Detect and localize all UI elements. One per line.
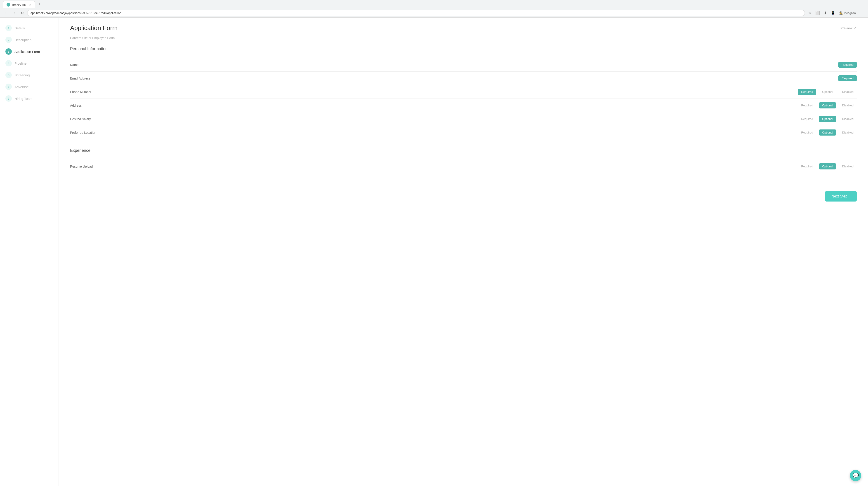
field-label-phone: Phone Number [70,90,798,94]
field-controls-address: Required Optional Disabled [798,102,857,108]
optional-button-address[interactable]: Optional [819,102,836,108]
next-step-label: Next Step [831,194,847,198]
incognito-button[interactable]: 🕵 Incognito [837,10,858,15]
field-controls-location: Required Optional Disabled [798,129,857,135]
field-row-name: Name Required [70,58,857,72]
bottom-bar: Next Step › [70,182,857,204]
sidebar-item-details[interactable]: 1 Details [0,22,59,34]
back-button[interactable]: ← [3,10,9,16]
incognito-label: Incognito [844,11,856,15]
required-button-location[interactable]: Required [798,129,816,135]
experience-section: Experience Resume Upload Required Option… [70,148,857,173]
menu-icon[interactable]: ⋮ [859,10,865,16]
device-icon[interactable]: 📱 [830,10,836,16]
sidebar-label-description: Description [14,38,31,42]
external-link-icon: ↗ [854,26,857,30]
sidebar-item-screening[interactable]: 5 Screening [0,69,59,81]
extensions-icon[interactable]: ⬜ [814,10,821,16]
field-controls-phone: Required Optional Disabled [798,89,857,95]
field-label-resume: Resume Upload [70,165,798,168]
sidebar: 1 Details 2 Description 3 Application Fo… [0,18,59,486]
field-label-email: Email Address [70,76,838,80]
tab-close-icon[interactable]: ✕ [29,3,31,6]
sidebar-step-4: 4 [5,60,12,66]
required-button-salary[interactable]: Required [798,116,816,122]
tab-favicon [6,3,10,6]
required-button-name[interactable]: Required [838,62,857,68]
download-icon[interactable]: ⬇ [822,10,829,16]
field-row-salary: Desired Salary Required Optional Disable… [70,112,857,126]
field-row-location: Preferred Location Required Optional Dis… [70,126,857,139]
sidebar-step-5: 5 [5,72,12,78]
disabled-button-salary[interactable]: Disabled [839,116,857,122]
active-tab[interactable]: Breezy HR ✕ [3,1,35,8]
field-controls-name: Required [838,62,857,68]
optional-button-salary[interactable]: Optional [819,116,836,122]
field-label-salary: Desired Salary [70,117,798,121]
browser-tabs: Breezy HR ✕ + [0,0,868,8]
sidebar-label-hiring-team: Hiring Team [14,97,33,101]
field-row-email: Email Address Required [70,72,857,85]
preview-button[interactable]: Preview ↗ [840,26,857,30]
field-row-address: Address Required Optional Disabled [70,99,857,112]
browser-chrome: Breezy HR ✕ + ← → ↻ app.breezy.hr/app/c/… [0,0,868,18]
sidebar-step-2: 2 [5,37,12,43]
disabled-button-resume[interactable]: Disabled [839,163,857,169]
sidebar-step-3: 3 [5,48,12,55]
next-step-button[interactable]: Next Step › [825,191,857,201]
next-step-icon: › [849,194,850,198]
address-url: app.breezy.hr/app/c/moodjoy/positions/59… [31,11,121,15]
bookmark-icon[interactable]: ☆ [807,10,813,16]
disabled-button-phone[interactable]: Disabled [839,89,857,95]
experience-title: Experience [70,148,857,155]
sidebar-label-details: Details [14,26,25,30]
toolbar-icons: ☆ ⬜ ⬇ 📱 🕵 Incognito ⋮ [807,10,865,16]
optional-button-phone[interactable]: Optional [819,89,836,95]
required-button-email[interactable]: Required [838,75,857,81]
sidebar-item-hiring-team[interactable]: 7 Hiring Team [0,93,59,104]
personal-information-title: Personal Information [70,46,857,54]
optional-button-location[interactable]: Optional [819,129,836,135]
field-controls-resume: Required Optional Disabled [798,163,857,169]
personal-information-section: Personal Information Name Required Email… [70,46,857,139]
subtext: Careers Site or Employee Portal. [70,36,857,40]
new-tab-button[interactable]: + [35,0,43,8]
chat-icon: 💬 [852,473,859,479]
sidebar-label-pipeline: Pipeline [14,61,26,65]
page-header: Application Form Preview ↗ [70,24,857,32]
sidebar-label-advertise: Advertise [14,85,29,89]
sidebar-item-description[interactable]: 2 Description [0,34,59,46]
browser-toolbar: ← → ↻ app.breezy.hr/app/c/moodjoy/positi… [0,8,868,18]
refresh-button[interactable]: ↻ [19,10,25,16]
address-bar[interactable]: app.breezy.hr/app/c/moodjoy/positions/59… [27,10,805,16]
page-title: Application Form [70,24,118,32]
main-content: Application Form Preview ↗ Careers Site … [59,18,868,486]
incognito-icon: 🕵 [839,11,843,15]
required-button-address[interactable]: Required [798,102,816,108]
field-row-phone: Phone Number Required Optional Disabled [70,85,857,99]
field-row-resume: Resume Upload Required Optional Disabled [70,160,857,173]
required-button-resume[interactable]: Required [798,163,816,169]
field-label-name: Name [70,63,838,67]
chat-bubble-button[interactable]: 💬 [850,470,861,481]
optional-button-resume[interactable]: Optional [819,163,836,169]
sidebar-item-application-form[interactable]: 3 Application Form [0,46,59,57]
page-layout: 1 Details 2 Description 3 Application Fo… [0,18,868,486]
forward-button[interactable]: → [11,10,17,16]
sidebar-step-6: 6 [5,84,12,90]
sidebar-item-pipeline[interactable]: 4 Pipeline [0,57,59,69]
preview-label: Preview [840,26,852,30]
tab-title: Breezy HR [12,3,26,6]
required-button-phone[interactable]: Required [798,89,816,95]
sidebar-step-7: 7 [5,95,12,102]
field-controls-email: Required [838,75,857,81]
sidebar-item-advertise[interactable]: 6 Advertise [0,81,59,93]
field-label-address: Address [70,104,798,107]
disabled-button-location[interactable]: Disabled [839,129,857,135]
disabled-button-address[interactable]: Disabled [839,102,857,108]
sidebar-label-screening: Screening [14,73,30,77]
field-label-location: Preferred Location [70,131,798,134]
sidebar-step-1: 1 [5,25,12,31]
sidebar-label-application-form: Application Form [14,50,40,54]
field-controls-salary: Required Optional Disabled [798,116,857,122]
